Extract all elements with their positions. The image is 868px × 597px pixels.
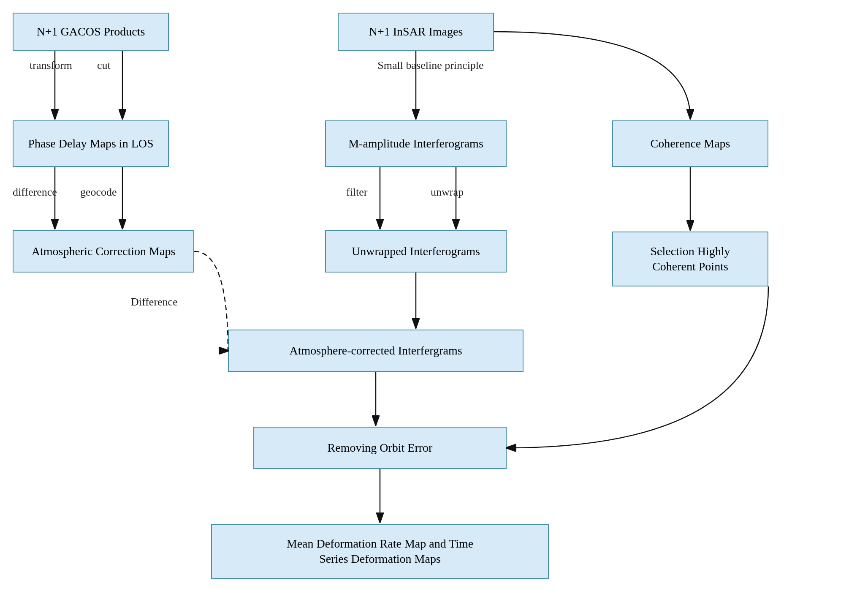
filter-label: filter <box>346 186 368 199</box>
gacos-box: N+1 GACOS Products <box>13 13 169 51</box>
small-baseline-label: Small baseline principle <box>367 59 494 72</box>
atm-correction-box: Atmospheric Correction Maps <box>13 230 194 273</box>
m-amplitude-box: M-amplitude Interferograms <box>325 120 507 167</box>
phase-delay-box: Phase Delay Maps in LOS <box>13 120 169 167</box>
cut-label: cut <box>97 59 111 72</box>
unwrap-label: unwrap <box>431 186 464 199</box>
difference2-label: Difference <box>131 296 178 308</box>
arrows-svg: Atmosphere-corrected --> <box>0 0 868 597</box>
flowchart: N+1 GACOS Products N+1 InSAR Images Phas… <box>0 0 868 597</box>
coherence-box: Coherence Maps <box>612 120 768 167</box>
transform-label: transform <box>30 59 72 72</box>
mean-deformation-box: Mean Deformation Rate Map and Time Serie… <box>211 524 549 579</box>
removing-orbit-box: Removing Orbit Error <box>253 427 507 469</box>
selection-box: Selection Highly Coherent Points <box>612 232 768 286</box>
unwrapped-box: Unwrapped Interferograms <box>325 230 507 273</box>
insar-box: N+1 InSAR Images <box>338 13 494 51</box>
difference-label: difference <box>13 186 57 199</box>
geocode-label: geocode <box>80 186 117 199</box>
atm-corrected-box: Atmosphere-corrected Interfergrams <box>228 330 524 372</box>
